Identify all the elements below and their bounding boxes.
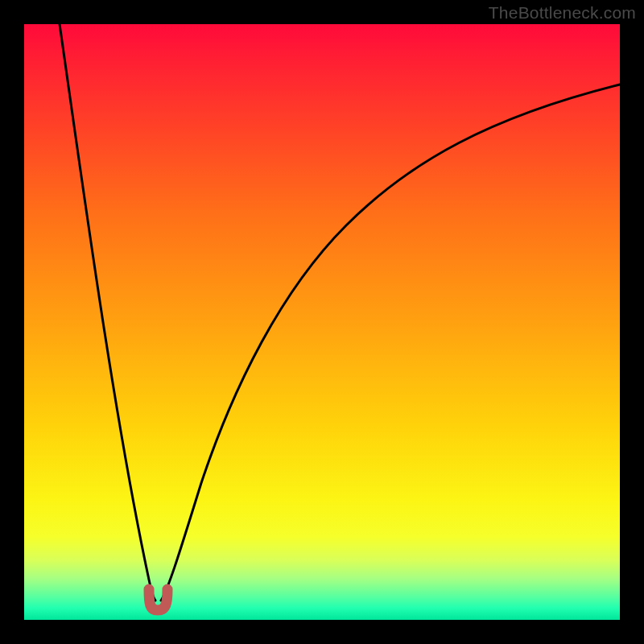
chart-frame: TheBottleneck.com bbox=[0, 0, 644, 644]
optimal-point-marker bbox=[149, 589, 167, 610]
bottleneck-curve-svg bbox=[24, 24, 620, 620]
curve-left-branch bbox=[60, 24, 155, 601]
watermark-text: TheBottleneck.com bbox=[489, 3, 636, 23]
curve-right-branch bbox=[161, 85, 620, 601]
